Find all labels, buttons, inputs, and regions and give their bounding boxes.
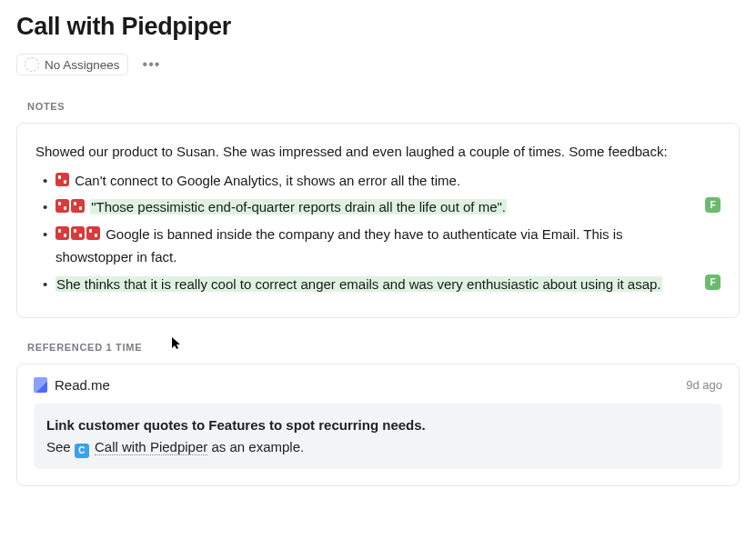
notes-intro: Showed our product to Susan. She was imp… xyxy=(35,140,721,164)
assignee-empty-icon xyxy=(25,57,39,72)
reference-see-prefix: See xyxy=(46,439,75,454)
note-text: She thinks that it is really cool to cor… xyxy=(55,276,662,292)
note-text: "Those pessimistic end-of-quarter report… xyxy=(90,199,507,215)
reference-card[interactable]: Read.me 9d ago Link customer quotes to F… xyxy=(16,364,740,486)
list-item[interactable]: •She thinks that it is really cool to co… xyxy=(55,273,721,296)
assignees-chip[interactable]: No Assignees xyxy=(16,54,128,75)
meta-row: No Assignees ••• xyxy=(16,54,740,75)
reference-header: Read.me 9d ago xyxy=(34,377,722,393)
siren-icon xyxy=(71,226,85,240)
note-text: Google is banned inside the company and … xyxy=(55,226,623,265)
siren-icon xyxy=(71,199,85,213)
bullet-icon: • xyxy=(43,223,47,246)
notes-list: • Can't connect to Google Analytics, it … xyxy=(35,169,721,296)
list-item[interactable]: • Google is banned inside the company an… xyxy=(55,223,721,269)
notes-card: Showed our product to Susan. She was imp… xyxy=(16,123,740,318)
feature-tag[interactable]: F xyxy=(705,197,721,213)
reference-lead: Link customer quotes to Features to spot… xyxy=(46,417,426,433)
feature-tag[interactable]: F xyxy=(705,274,721,290)
reference-quote: Link customer quotes to Features to spot… xyxy=(34,404,722,469)
siren-icon xyxy=(55,199,69,213)
note-text: Can't connect to Google Analytics, it sh… xyxy=(75,173,460,188)
referenced-section-label: REFERENCED 1 TIME xyxy=(27,342,740,353)
document-icon xyxy=(34,377,47,393)
reference-doc-title[interactable]: Read.me xyxy=(55,377,679,393)
bullet-icon: • xyxy=(43,273,47,296)
bullet-icon: • xyxy=(43,169,47,193)
assignees-label: No Assignees xyxy=(45,58,120,72)
more-menu-button[interactable]: ••• xyxy=(139,55,165,74)
reference-link[interactable]: Call with Piedpiper xyxy=(95,439,207,455)
notes-section-label: NOTES xyxy=(27,101,740,112)
reference-timestamp: 9d ago xyxy=(686,378,722,392)
call-badge-icon: C xyxy=(75,444,89,458)
siren-icon xyxy=(55,226,69,240)
notes-body[interactable]: Showed our product to Susan. She was imp… xyxy=(35,140,721,295)
list-item[interactable]: • Can't connect to Google Analytics, it … xyxy=(55,169,721,193)
reference-see-suffix: as an example. xyxy=(211,439,304,454)
bullet-icon: • xyxy=(43,195,47,219)
siren-icon xyxy=(86,226,100,240)
list-item[interactable]: • "Those pessimistic end-of-quarter repo… xyxy=(55,195,721,219)
page-title: Call with Piedpiper xyxy=(16,13,740,41)
siren-icon xyxy=(55,173,69,186)
